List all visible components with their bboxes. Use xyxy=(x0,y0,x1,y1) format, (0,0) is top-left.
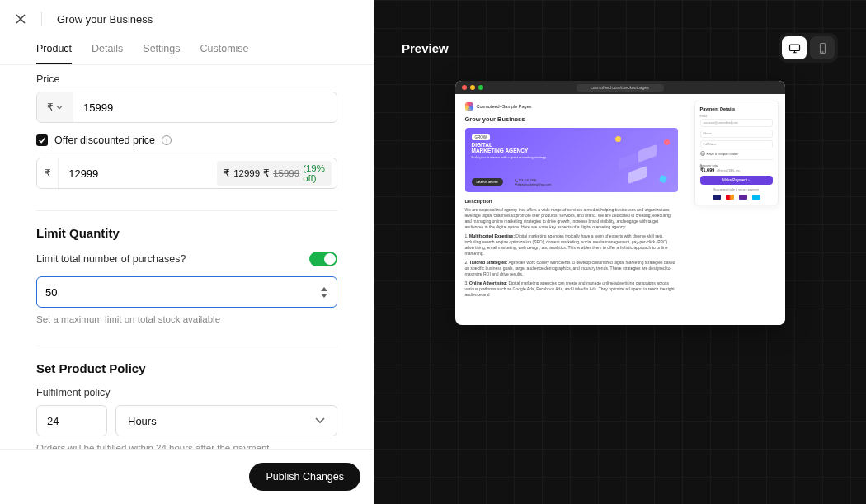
coupon-row: %Have a coupon code? xyxy=(700,151,773,156)
hero-contacts: 📞 123-456-7890 ✉ digitalmarketing@xyz.co… xyxy=(515,179,552,187)
preview-browser: cosmofeed.com/checkoutpages Cosmofeed–Sa… xyxy=(455,81,785,325)
hero-badge: GROW xyxy=(472,134,491,140)
close-icon[interactable] xyxy=(15,13,26,25)
mobile-device-button[interactable] xyxy=(810,36,835,59)
divider xyxy=(41,12,42,26)
point2: 2. Tailored Strategies: Agencies work cl… xyxy=(465,260,678,277)
limit-toggle[interactable] xyxy=(309,252,337,266)
brand-name: Cosmofeed–Sample Pages xyxy=(477,104,532,109)
limit-input-wrap xyxy=(36,276,337,308)
tabs: Product Details Settings Customise xyxy=(0,38,374,65)
chevron-up-icon[interactable] xyxy=(320,286,328,291)
hero-art xyxy=(610,131,675,189)
brand-logo-icon xyxy=(465,102,473,111)
svg-point-2 xyxy=(822,51,823,52)
discount-checkbox-label: Offer discounted price xyxy=(54,134,155,146)
info-icon[interactable]: i xyxy=(162,135,172,145)
tab-product[interactable]: Product xyxy=(36,38,72,64)
paytm-icon xyxy=(752,195,760,200)
fulfilment-label: Fulfilment policy xyxy=(36,387,337,398)
price-label: Price xyxy=(36,73,337,85)
fulfilment-unit-value: Hours xyxy=(128,415,157,427)
tab-settings[interactable]: Settings xyxy=(143,38,180,64)
discount-input[interactable] xyxy=(59,167,217,180)
desc-para: We are a specialized agency that offers … xyxy=(465,207,678,230)
pay-email-label: Email xyxy=(700,115,773,118)
window-dot-green xyxy=(478,85,483,90)
limit-helper: Set a maximum limit on total stock avail… xyxy=(36,314,337,324)
price-input[interactable] xyxy=(73,101,337,114)
chevron-down-icon xyxy=(56,104,63,111)
pay-phone-field: Phone xyxy=(700,130,773,138)
tag-icon: % xyxy=(700,151,705,156)
chevron-down-icon xyxy=(315,417,325,424)
browser-bar: cosmofeed.com/checkoutpages xyxy=(455,81,785,94)
svg-rect-0 xyxy=(789,45,799,51)
device-toggle xyxy=(779,33,838,63)
currency-select[interactable]: ₹ xyxy=(37,92,73,122)
preview-page-left: Cosmofeed–Sample Pages Grow your Busines… xyxy=(455,94,688,325)
point1: 1. Multifaceted Expertise: Digital marke… xyxy=(465,233,678,257)
secure-row: Guaranteed safe & secure payment xyxy=(700,188,773,191)
discount-badge: ₹ 12999 ₹ 15999 (19% off) xyxy=(217,161,332,186)
publish-button[interactable]: Publish Changes xyxy=(249,463,360,491)
desc-label: Description xyxy=(465,199,678,204)
pay-email-field: xxxxxxxx@cosmofeed.com xyxy=(700,119,773,127)
brand-row: Cosmofeed–Sample Pages xyxy=(465,102,678,111)
payment-card: Payment Details Email xxxxxxxx@cosmofeed… xyxy=(694,101,779,205)
url-pill: cosmofeed.com/checkoutpages xyxy=(576,84,663,92)
pay-logos xyxy=(700,195,773,200)
limit-section-title: Limit Quantity xyxy=(36,226,337,240)
price-input-row: ₹ xyxy=(36,92,337,123)
hero-banner: GROW DIGITAL MARKETING AGENCY Build your… xyxy=(465,128,678,192)
preview-title: Preview xyxy=(402,41,449,55)
divider xyxy=(36,210,337,211)
pay-name-field: Full Name xyxy=(700,140,773,148)
learn-more-button: LEARN MORE xyxy=(472,178,503,186)
stepper[interactable] xyxy=(320,286,328,298)
mastercard-icon xyxy=(726,195,734,200)
fulfilment-unit-select[interactable]: Hours xyxy=(115,405,337,436)
discount-currency: ₹ xyxy=(37,158,59,188)
amount-value: ₹1,699+ Extras (18%, etc.) xyxy=(700,167,773,172)
tab-customise[interactable]: Customise xyxy=(200,38,248,64)
currency-symbol: ₹ xyxy=(47,101,54,113)
page-title: Grow your Business xyxy=(57,13,153,26)
phonepe-icon xyxy=(739,195,747,200)
window-dot-red xyxy=(462,85,467,90)
preview-page-right: Payment Details Email xxxxxxxx@cosmofeed… xyxy=(688,94,785,325)
limit-input[interactable] xyxy=(45,286,320,299)
visa-icon xyxy=(713,195,721,200)
publish-bar: Publish Changes xyxy=(0,449,374,504)
fulfilment-value-input[interactable]: 24 xyxy=(36,405,107,436)
tab-details[interactable]: Details xyxy=(92,38,123,64)
window-dot-yellow xyxy=(470,85,475,90)
divider xyxy=(36,346,337,346)
preview-page-heading: Grow your Business xyxy=(465,115,678,123)
policy-section-title: Set Product Policy xyxy=(36,361,337,375)
divider xyxy=(700,159,773,160)
limit-toggle-label: Limit total number of purchases? xyxy=(36,253,186,265)
point3: 3. Online Advertising: Digital marketing… xyxy=(465,280,678,298)
discount-checkbox[interactable] xyxy=(36,134,48,146)
desktop-device-button[interactable] xyxy=(782,36,807,59)
discount-input-row: ₹ ₹ 12999 ₹ 15999 (19% off) xyxy=(36,158,337,189)
chevron-down-icon[interactable] xyxy=(320,293,328,298)
pay-title: Payment Details xyxy=(700,106,773,111)
make-payment-button: Make Payment › xyxy=(700,176,773,185)
